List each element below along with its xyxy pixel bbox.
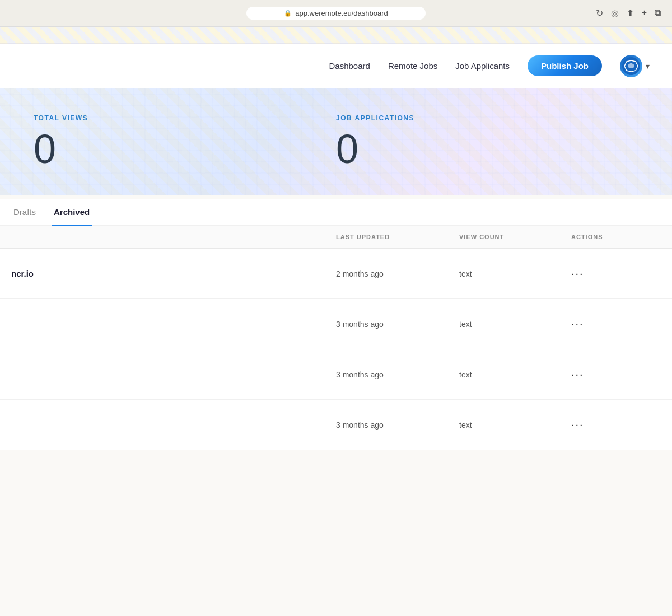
table-row: 3 months ago text ··· <box>0 349 672 400</box>
nav-dashboard[interactable]: Dashboard <box>329 61 370 71</box>
lock-icon: 🔒 <box>284 10 292 17</box>
nav-job-applicants[interactable]: Job Applicants <box>455 61 510 71</box>
table-header: LAST UPDATED VIEW COUNT ACTIONS <box>0 226 672 249</box>
tab-drafts[interactable]: Drafts <box>11 199 38 226</box>
chevron-down-icon: ▾ <box>646 62 650 71</box>
total-views-value: 0 <box>34 129 336 169</box>
job-title: ncr.io <box>11 269 336 278</box>
actions-menu-button[interactable]: ··· <box>571 418 661 431</box>
actions-menu-button[interactable]: ··· <box>571 267 661 280</box>
jobs-table: LAST UPDATED VIEW COUNT ACTIONS ncr.io 2… <box>0 226 672 450</box>
view-count-cell: text <box>459 370 571 379</box>
job-applications-label: JOB APPLICATIONS <box>336 114 638 122</box>
tab-archived[interactable]: Archived <box>52 199 92 226</box>
table-row: ncr.io 2 months ago text ··· <box>0 249 672 299</box>
col-view-count: VIEW COUNT <box>459 234 571 240</box>
table-row: 3 months ago text ··· <box>0 400 672 450</box>
actions-menu-button[interactable]: ··· <box>571 318 661 330</box>
actions-menu-button[interactable]: ··· <box>571 368 661 381</box>
view-count-cell: text <box>459 269 571 278</box>
last-updated-cell: 3 months ago <box>336 320 459 329</box>
total-views-label: TOTAL VIEWS <box>34 114 336 122</box>
browser-chrome: 🔒 app.weremote.eu/dashboard ↻ ◎ ⬆ + ⧉ <box>0 0 672 27</box>
address-bar[interactable]: 🔒 app.weremote.eu/dashboard <box>246 7 426 20</box>
col-actions: ACTIONS <box>571 234 661 240</box>
navbar: Dashboard Remote Jobs Job Applicants Pub… <box>0 44 672 88</box>
job-info: ncr.io <box>11 269 336 278</box>
stats-banner: TOTAL VIEWS 0 JOB APPLICATIONS 0 <box>0 88 672 195</box>
user-avatar-area[interactable]: ▾ <box>620 55 650 77</box>
url-text: app.weremote.eu/dashboard <box>295 9 388 17</box>
job-applications-value: 0 <box>336 129 638 169</box>
view-count-cell: text <box>459 320 571 329</box>
top-decorative-band <box>0 27 672 44</box>
browser-toolbar: ↻ ◎ ⬆ + ⧉ <box>596 8 661 18</box>
publish-job-button[interactable]: Publish Job <box>528 55 602 76</box>
reload-icon[interactable]: ↻ <box>596 8 603 18</box>
view-count-cell: text <box>459 421 571 430</box>
privacy-icon[interactable]: ◎ <box>611 8 619 18</box>
add-tab-icon[interactable]: + <box>642 8 647 18</box>
job-applications-stat: JOB APPLICATIONS 0 <box>336 114 638 169</box>
col-last-updated: LAST UPDATED <box>336 234 459 240</box>
table-row: 3 months ago text ··· <box>0 299 672 349</box>
nav-remote-jobs[interactable]: Remote Jobs <box>388 61 437 71</box>
total-views-stat: TOTAL VIEWS 0 <box>34 114 336 169</box>
avatar <box>620 55 642 77</box>
last-updated-cell: 3 months ago <box>336 370 459 379</box>
tabs-area: Drafts Archived <box>0 199 672 226</box>
col-job <box>11 234 336 240</box>
last-updated-cell: 3 months ago <box>336 421 459 430</box>
last-updated-cell: 2 months ago <box>336 269 459 278</box>
share-icon[interactable]: ⬆ <box>627 8 634 18</box>
tabs-icon[interactable]: ⧉ <box>655 8 661 18</box>
